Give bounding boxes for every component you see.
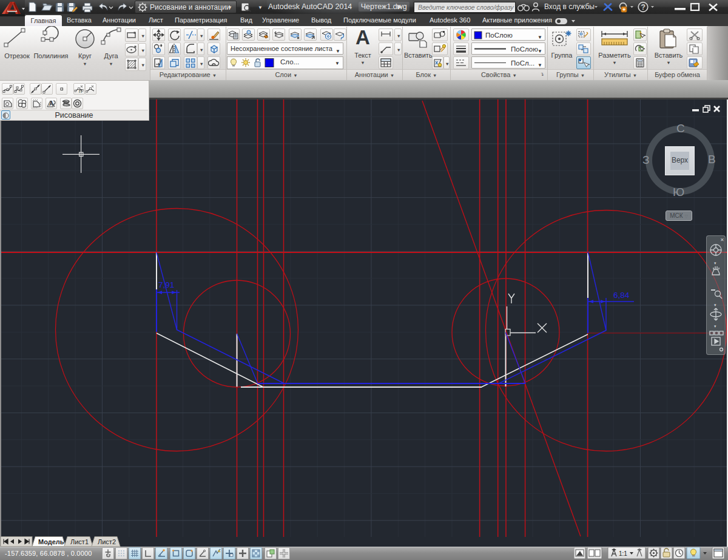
svg-text:n: n bbox=[79, 88, 82, 94]
svg-text:А: А bbox=[49, 100, 53, 107]
svg-text:?: ? bbox=[641, 3, 645, 12]
svg-text:6,84: 6,84 bbox=[613, 291, 630, 300]
svg-text:▾: ▾ bbox=[714, 303, 716, 307]
svg-text:Лист2: Лист2 bbox=[98, 538, 116, 545]
svg-text:7,91: 7,91 bbox=[158, 280, 174, 289]
svg-text:▾: ▾ bbox=[714, 261, 716, 265]
svg-text:1:1: 1:1 bbox=[619, 550, 627, 557]
svg-text:✕: ✕ bbox=[720, 237, 724, 243]
svg-text:Лист1: Лист1 bbox=[70, 538, 89, 545]
svg-text:▾: ▾ bbox=[714, 324, 716, 328]
svg-text:Модель: Модель bbox=[38, 538, 64, 545]
